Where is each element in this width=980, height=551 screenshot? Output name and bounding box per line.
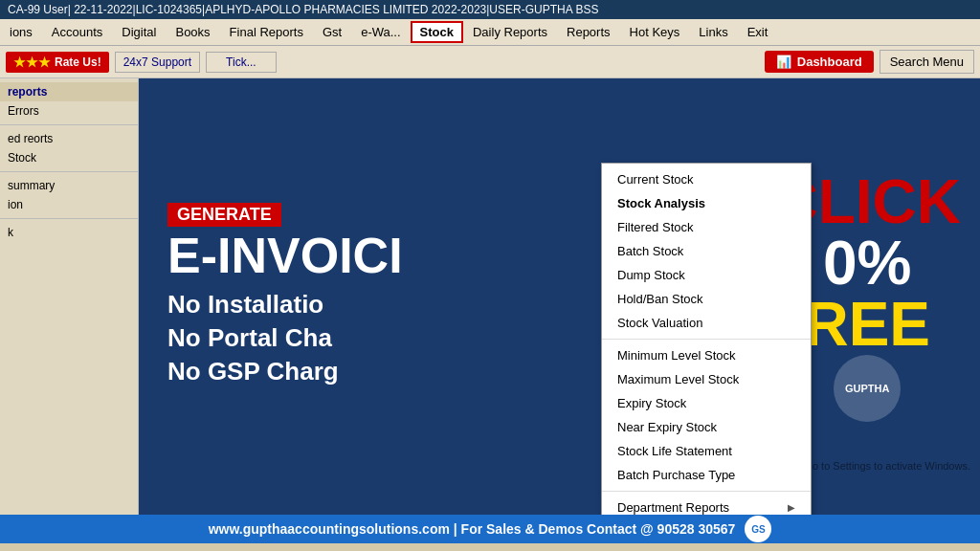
title-text: CA-99 User| 22-11-2022|LIC-1024365|APLHY…	[8, 3, 598, 16]
support-button[interactable]: 24x7 Support	[115, 52, 200, 73]
rate-us-button[interactable]: ★★★ Rate Us!	[6, 52, 109, 73]
menu-item-exit[interactable]: Exit	[738, 21, 778, 43]
sidebar-item-ion[interactable]: ion	[0, 195, 138, 214]
menu-item-gst[interactable]: Gst	[313, 21, 351, 43]
dropdown-item-hold-ban-stock[interactable]: Hold/Ban Stock	[602, 287, 811, 311]
ticket-button[interactable]: Tick...	[206, 52, 277, 73]
sidebar-item-reports[interactable]: reports	[0, 82, 138, 101]
menu-item-books[interactable]: Books	[166, 21, 219, 43]
dropdown-item-stock-valuation[interactable]: Stock Valuation	[602, 311, 811, 335]
content-area: GENERATE E-INVOICI No Installatio No Por…	[139, 78, 980, 515]
dropdown-header-stock-analysis: Stock Analysis	[602, 191, 811, 215]
dropdown-item-filtered-stock[interactable]: Filtered Stock	[602, 215, 811, 239]
dropdown-divider-1	[602, 339, 811, 340]
sidebar-item-stock[interactable]: Stock	[0, 148, 138, 167]
dropdown-divider-2	[602, 491, 811, 492]
percent-text: 0%	[823, 232, 912, 294]
dashboard-button[interactable]: 📊 Dashboard	[765, 51, 874, 73]
menu-item-final-reports[interactable]: Final Reports	[220, 21, 313, 43]
sidebar-item-errors[interactable]: Errors	[0, 101, 138, 121]
main-layout: reports Errors ed reorts Stock summary i…	[0, 78, 980, 515]
footer-text: www.gupthaaccountingsolutions.com | For …	[209, 521, 736, 537]
menu-item-digital[interactable]: Digital	[112, 21, 166, 43]
dropdown-item-expiry-stock[interactable]: Expiry Stock	[602, 391, 811, 415]
dropdown-item-batch-stock[interactable]: Batch Stock	[602, 239, 811, 263]
menu-bar: ions Accounts Digital Books Final Report…	[0, 19, 980, 46]
sidebar-item-ed-reports[interactable]: ed reorts	[0, 129, 138, 148]
sidebar-divider-3	[0, 218, 138, 219]
dropdown-item-batch-purchase[interactable]: Batch Purchase Type	[602, 463, 811, 487]
rate-us-label: Rate Us!	[55, 55, 101, 69]
dropdown-item-maximum-level[interactable]: Maximum Level Stock	[602, 367, 811, 391]
generate-tag: GENERATE	[167, 203, 281, 227]
footer-logo: GS	[745, 516, 771, 542]
free-text: REE	[804, 294, 930, 355]
dropdown-item-dump-stock[interactable]: Dump Stock	[602, 263, 811, 287]
sidebar-item-k[interactable]: k	[0, 223, 138, 242]
menu-item-links[interactable]: Links	[689, 21, 737, 43]
title-bar: CA-99 User| 22-11-2022|LIC-1024365|APLHY…	[0, 0, 980, 19]
dropdown-item-current-stock[interactable]: Current Stock	[602, 167, 811, 191]
menu-item-hot-keys[interactable]: Hot Keys	[620, 21, 690, 43]
dropdown-item-department-reports[interactable]: Department Reports	[602, 496, 811, 515]
toolbar: ★★★ Rate Us! 24x7 Support Tick... 📊 Dash…	[0, 46, 980, 78]
sidebar-divider-1	[0, 124, 138, 125]
search-menu-button[interactable]: Search Menu	[880, 50, 974, 74]
dashboard-label: Dashboard	[797, 55, 862, 69]
stock-dropdown-menu: Current Stock Stock Analysis Filtered St…	[601, 163, 812, 515]
dropdown-item-minimum-level[interactable]: Minimum Level Stock	[602, 343, 811, 367]
guptha-logo: GUPTHA	[834, 355, 901, 422]
menu-item-eway[interactable]: e-Wa...	[351, 21, 410, 43]
dropdown-item-stock-life[interactable]: Stock Life Statement	[602, 439, 811, 463]
footer: www.gupthaaccountingsolutions.com | For …	[0, 515, 980, 543]
menu-item-ions[interactable]: ions	[0, 21, 42, 43]
sidebar: reports Errors ed reorts Stock summary i…	[0, 78, 139, 515]
menu-item-stock[interactable]: Stock	[411, 21, 463, 43]
sidebar-divider-2	[0, 171, 138, 172]
dropdown-item-near-expiry[interactable]: Near Expiry Stock	[602, 415, 811, 439]
menu-item-reports[interactable]: Reports	[557, 21, 620, 43]
menu-item-accounts[interactable]: Accounts	[42, 21, 112, 43]
star-icons: ★★★	[13, 55, 51, 70]
dashboard-icon: 📊	[776, 55, 791, 69]
sidebar-item-summary[interactable]: summary	[0, 176, 138, 195]
menu-item-daily-reports[interactable]: Daily Reports	[463, 21, 557, 43]
banner: GENERATE E-INVOICI No Installatio No Por…	[139, 78, 980, 515]
